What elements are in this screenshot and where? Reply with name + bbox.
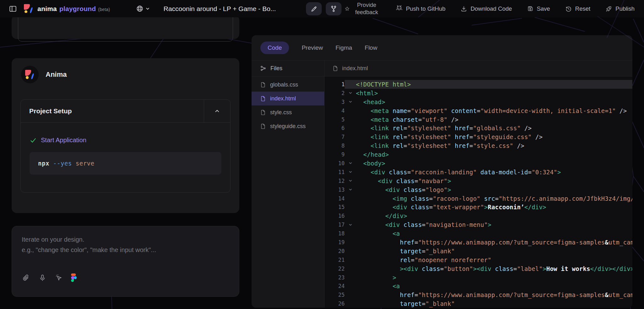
code-content: <link rel="stylesheet" href="style.css" … xyxy=(356,142,524,149)
code-line-20[interactable]: 20 target="_blank" xyxy=(325,247,632,256)
code-line-21[interactable]: 21 rel="noopener noreferrer" xyxy=(325,256,632,264)
code-line-1[interactable]: 1<!DOCTYPE html> xyxy=(325,80,632,89)
code-line-24[interactable]: 24 <a xyxy=(325,282,632,290)
file-icon xyxy=(260,123,266,129)
file-item-styleguide.css[interactable]: styleguide.css xyxy=(252,119,324,133)
code-content: <div class="logo"> xyxy=(356,186,451,193)
download-code-button[interactable]: Download Code xyxy=(460,5,512,12)
check-icon xyxy=(30,137,37,144)
fold-toggle[interactable] xyxy=(345,223,356,227)
fold-toggle[interactable] xyxy=(345,188,356,192)
command-npx: npx xyxy=(38,160,49,167)
language-selector[interactable] xyxy=(136,0,150,17)
pencil-icon xyxy=(311,6,317,12)
line-number: 26 xyxy=(325,299,345,308)
file-name: globals.css xyxy=(270,81,298,88)
code-line-12[interactable]: 12 <div class="navbar"> xyxy=(325,177,632,185)
code-line-2[interactable]: 2<html> xyxy=(325,89,632,98)
code-line-10[interactable]: 10 <body> xyxy=(325,159,632,168)
code-line-7[interactable]: 7 <link rel="stylesheet" href="styleguid… xyxy=(325,132,632,141)
code-line-18[interactable]: 18 <a xyxy=(325,229,632,238)
push-to-github-button[interactable]: Push to GitHub xyxy=(396,5,445,12)
line-number: 7 xyxy=(325,132,345,141)
code-line-16[interactable]: 16 </div> xyxy=(325,211,632,220)
line-number: 8 xyxy=(325,141,345,150)
code-line-19[interactable]: 19 href="https://www.animaapp.com/?utm_s… xyxy=(325,238,632,247)
fold-toggle[interactable] xyxy=(345,179,356,183)
line-number: 4 xyxy=(325,106,345,115)
voice-input-button[interactable] xyxy=(38,273,47,282)
files-header: Files xyxy=(252,60,324,76)
fold-chevron-icon xyxy=(348,161,353,165)
file-item-style.css[interactable]: style.css xyxy=(252,105,324,119)
anima-agent-card: Anima Project Setup Start Application np… xyxy=(12,58,239,213)
files-header-label: Files xyxy=(270,65,282,72)
fold-toggle[interactable] xyxy=(345,91,356,95)
brand-product: playground xyxy=(59,5,96,13)
line-number: 6 xyxy=(325,124,345,132)
code-line-6[interactable]: 6 <link rel="stylesheet" href="globals.c… xyxy=(325,124,632,132)
chevron-down-icon xyxy=(146,7,150,11)
terminal-command-block[interactable]: npx --yes serve xyxy=(30,152,221,175)
project-setup-header: Project Setup xyxy=(21,100,230,123)
code-line-9[interactable]: 9 </head> xyxy=(325,150,632,159)
sidebar-toggle-icon[interactable] xyxy=(9,5,17,13)
code-line-17[interactable]: 17 <div class="navigation-menu"> xyxy=(325,220,632,229)
code-line-22[interactable]: 22 ><div class="button"><div class="labe… xyxy=(325,264,632,273)
placeholder-line-1: Iterate on your design. xyxy=(22,234,156,245)
files-tree-icon xyxy=(260,65,266,71)
select-element-button[interactable] xyxy=(54,273,63,282)
code-line-26[interactable]: 26 target="_blank" xyxy=(325,299,632,308)
navbar-left-group: anima playground (beta) xyxy=(9,0,110,17)
provide-feedback-button[interactable]: Provide feedback xyxy=(345,0,381,17)
code-editor[interactable]: 1<!DOCTYPE html>2<html>3 <head>4 <meta n… xyxy=(325,76,632,308)
reset-button[interactable]: Reset xyxy=(565,5,590,12)
line-number: 12 xyxy=(325,177,345,185)
open-file-name: index.html xyxy=(342,65,368,72)
top-navbar: anima playground (beta) Raccoonin around… xyxy=(0,0,644,17)
files-sidebar: Files globals.cssindex.htmlstyle.cssstyl… xyxy=(252,60,325,308)
project-title[interactable]: Raccoonin around - LP + Game - Bo... xyxy=(164,0,276,17)
code-line-14[interactable]: 14 <img class="racoon-logo" src="https:/… xyxy=(325,194,632,203)
code-line-3[interactable]: 3 <head> xyxy=(325,98,632,106)
code-line-13[interactable]: 13 <div class="logo"> xyxy=(325,185,632,194)
figma-logo[interactable] xyxy=(71,273,77,282)
tab-flow[interactable]: Flow xyxy=(365,42,377,54)
anima-avatar-logo xyxy=(25,70,35,79)
code-line-23[interactable]: 23 > xyxy=(325,273,632,282)
code-content: <div class="text-wrapper">Raccoonin’</di… xyxy=(356,204,546,211)
fold-toggle[interactable] xyxy=(345,170,356,174)
beta-badge: (beta) xyxy=(98,7,110,12)
code-line-25[interactable]: 25 href="https://www.animaapp.com/?utm_s… xyxy=(325,290,632,299)
fold-toggle[interactable] xyxy=(345,161,356,165)
file-item-globals.css[interactable]: globals.css xyxy=(252,78,324,92)
anima-logo-red-shape xyxy=(24,4,30,10)
edit-title-button[interactable] xyxy=(306,2,322,15)
code-line-5[interactable]: 5 <meta charset="utf-8" /> xyxy=(325,115,632,124)
code-line-15[interactable]: 15 <div class="text-wrapper">Raccoonin’<… xyxy=(325,203,632,211)
code-content: > xyxy=(356,274,396,281)
avatar-logo-yellow-dot xyxy=(26,76,28,79)
chat-input-placeholder[interactable]: Iterate on your design. e.g., "change th… xyxy=(22,234,156,255)
collapse-section-button[interactable] xyxy=(204,100,230,122)
code-content: </head> xyxy=(356,151,389,158)
code-line-11[interactable]: 11 <div class="racconin-landing" data-mo… xyxy=(325,168,632,177)
publish-button[interactable]: Publish xyxy=(605,5,635,12)
figma-logo-top xyxy=(71,273,76,276)
code-line-4[interactable]: 4 <meta name="viewport" content="width=d… xyxy=(325,106,632,115)
fold-toggle[interactable] xyxy=(345,100,356,104)
tab-code[interactable]: Code xyxy=(260,42,289,54)
save-button[interactable]: Save xyxy=(527,5,550,12)
anima-logo[interactable] xyxy=(24,4,33,14)
code-content: <head> xyxy=(356,98,385,105)
code-line-8[interactable]: 8 <link rel="stylesheet" href="style.css… xyxy=(325,141,632,150)
file-item-index.html[interactable]: index.html xyxy=(252,92,324,105)
tab-figma[interactable]: Figma xyxy=(336,42,352,54)
fork-button[interactable] xyxy=(326,2,341,15)
attach-file-button[interactable] xyxy=(22,273,30,282)
chat-input-card[interactable]: Iterate on your design. e.g., "change th… xyxy=(12,226,239,297)
download-icon xyxy=(460,5,467,12)
command-flag: --yes xyxy=(53,160,72,167)
tab-preview[interactable]: Preview xyxy=(302,42,323,54)
figma-logo-green xyxy=(71,279,74,282)
